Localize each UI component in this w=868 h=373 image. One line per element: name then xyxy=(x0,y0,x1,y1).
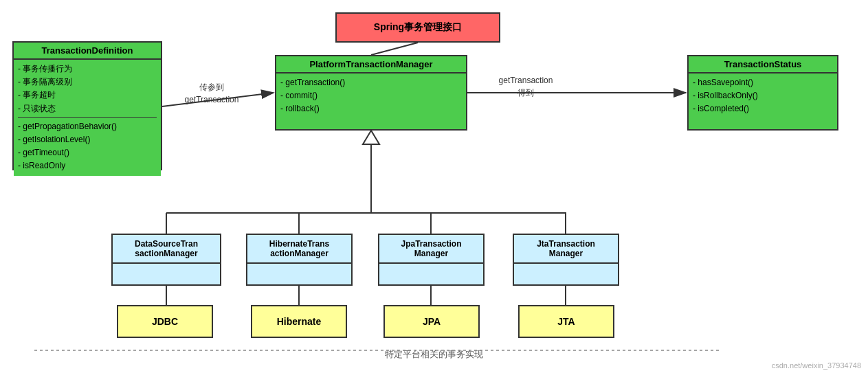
platform-tm-header: PlatformTransactionManager xyxy=(276,56,466,74)
jdbc-label: JDBC xyxy=(152,316,178,327)
jpa-tm-box: JpaTransactionManager xyxy=(378,234,485,286)
spring-interface-box: Spring事务管理接口 xyxy=(335,12,500,43)
svg-line-0 xyxy=(371,43,418,55)
jpa-box: JPA xyxy=(383,305,480,338)
jpa-tm-header: JpaTransactionManager xyxy=(379,235,483,264)
platform-tm-body: - getTransaction() - commit() - rollback… xyxy=(276,74,466,119)
jta-tm-box: JtaTransactionManager xyxy=(513,234,619,286)
datasource-tm-header: DataSourceTransactionManager xyxy=(113,235,220,264)
transaction-status-body: - hasSavepoint() - isRollbackOnly() - is… xyxy=(689,74,837,119)
watermark: csdn.net/weixin_37934748 xyxy=(772,361,861,370)
transaction-definition-header: TransactionDefinition xyxy=(14,43,161,60)
jta-box: JTA xyxy=(518,305,614,338)
transaction-status-header: TransactionStatus xyxy=(689,56,837,74)
hibernate-box: Hibernate xyxy=(251,305,347,338)
watermark-text: csdn.net/weixin_37934748 xyxy=(772,361,861,370)
transaction-status-box: TransactionStatus - hasSavepoint() - isR… xyxy=(687,55,838,131)
get-transaction-label-text: getTransaction得到 xyxy=(499,76,553,98)
jta-tm-header: JtaTransactionManager xyxy=(514,235,618,264)
pass-to-get-label: 传参到getTransaction xyxy=(170,81,253,106)
platform-tm-box: PlatformTransactionManager - getTransact… xyxy=(275,55,467,131)
transaction-definition-body: - 事务传播行为 - 事务隔离级别 - 事务超时 - 只读状态 - getPro… xyxy=(14,60,161,176)
jta-label: JTA xyxy=(557,316,575,327)
jdbc-box: JDBC xyxy=(117,305,213,338)
hibernate-tm-box: HibernateTransactionManager xyxy=(246,234,353,286)
diagram-container: Spring事务管理接口 TransactionDefinition - 事务传… xyxy=(0,0,868,373)
platform-label-text: 特定平台相关的事务实现 xyxy=(385,349,483,359)
jpa-label: JPA xyxy=(423,316,441,327)
transaction-definition-box: TransactionDefinition - 事务传播行为 - 事务隔离级别 … xyxy=(12,41,162,170)
hibernate-label: Hibernate xyxy=(277,316,322,327)
get-transaction-to-label: getTransaction得到 xyxy=(481,74,570,99)
platform-label: 特定平台相关的事务实现 xyxy=(385,348,483,361)
spring-interface-label: Spring事务管理接口 xyxy=(374,21,462,34)
datasource-tm-box: DataSourceTransactionManager xyxy=(111,234,221,286)
svg-marker-4 xyxy=(363,131,379,144)
pass-label-text: 传参到getTransaction xyxy=(185,82,239,104)
hibernate-tm-header: HibernateTransactionManager xyxy=(247,235,351,264)
